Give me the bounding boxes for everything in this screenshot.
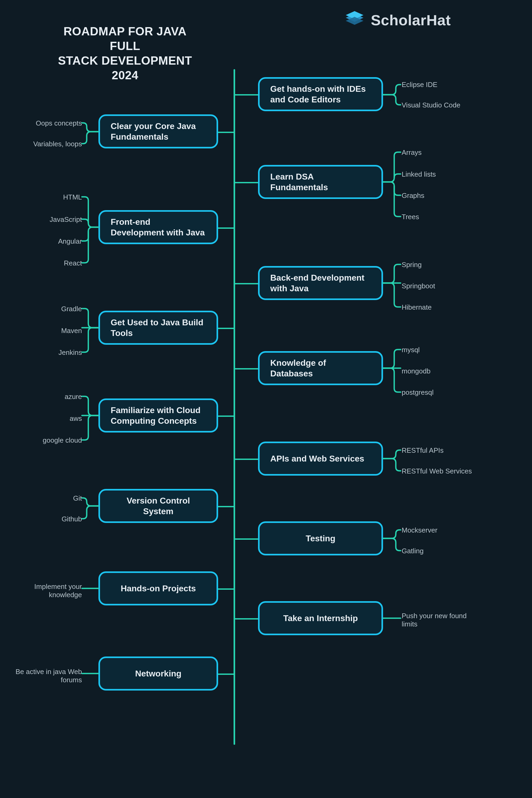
node-testing: Testing	[258, 521, 383, 555]
leaf-item: postgresql	[402, 388, 434, 397]
leaf-item: RESTful Web Services	[402, 467, 472, 475]
leaf-item: Implement your knowledge	[13, 583, 82, 599]
leaf-item: Oops concepts	[13, 119, 82, 128]
leaf-item: Spring	[402, 261, 422, 269]
leaf-item: Hibernate	[402, 303, 432, 311]
node-label: Learn DSA Fundamentals	[270, 171, 371, 193]
connector	[235, 618, 258, 620]
node-label: Back-end Development with Java	[270, 272, 371, 294]
brand-logo: ScholarHat	[343, 11, 451, 29]
leaf-item: Linked lists	[402, 170, 436, 178]
node-label: Clear your Core Java Fundamentals	[111, 121, 206, 142]
leaf-item: Variables, loops	[13, 140, 82, 148]
node-vcs: Version Control System	[98, 489, 218, 523]
leaf-item: azure	[13, 393, 82, 401]
node-label: Networking	[135, 668, 182, 679]
node-backend: Back-end Development with Java	[258, 266, 383, 300]
leaf-item: mongodb	[402, 367, 431, 375]
node-label: APIs and Web Services	[270, 453, 364, 464]
connector	[235, 368, 258, 369]
connector	[218, 673, 234, 675]
node-label: Hands-on Projects	[121, 583, 196, 594]
leaf-item: Visual Studio Code	[402, 101, 460, 109]
node-db: Knowledge of Databases	[258, 351, 383, 385]
title-line: ROADMAP FOR JAVA FULL	[63, 25, 187, 52]
leaf-item: Gradle	[13, 305, 82, 313]
connector	[218, 416, 234, 417]
title-line: STACK DEVELOPMENT	[58, 54, 192, 67]
leaf-item: Springboot	[402, 282, 435, 290]
node-label: Front-end Development with Java	[111, 216, 206, 238]
connector	[218, 132, 234, 133]
node-dsa: Learn DSA Fundamentals	[258, 165, 383, 199]
leaf-item: Maven	[13, 327, 82, 335]
node-label: Familiarize with Cloud Computing Concept…	[111, 405, 206, 426]
logo-stack-icon	[343, 11, 366, 29]
node-label: Take an Internship	[283, 613, 358, 624]
brand-name: ScholarHat	[371, 12, 451, 29]
node-core: Clear your Core Java Fundamentals	[98, 114, 218, 148]
leaf-item: mysql	[402, 346, 420, 354]
leaf-item: JavaScript	[13, 215, 82, 224]
leaf-item: Github	[13, 515, 82, 523]
node-intern: Take an Internship	[258, 601, 383, 635]
connector	[218, 227, 234, 229]
leaf-item: React	[13, 259, 82, 267]
leaf-item: HTML	[13, 193, 82, 201]
node-cloud: Familiarize with Cloud Computing Concept…	[98, 398, 218, 433]
leaf-item: Angular	[13, 237, 82, 246]
leaf-item: Be active in java Web forums	[13, 668, 82, 684]
connector	[218, 328, 234, 329]
leaf-item: Eclipse IDE	[402, 81, 437, 89]
node-build: Get Used to Java Build Tools	[98, 311, 218, 345]
node-label: Get hands-on with IDEs and Code Editors	[270, 83, 371, 105]
leaf-item: Graphs	[402, 191, 424, 200]
leaf-item: google cloud	[13, 436, 82, 444]
connector	[235, 94, 258, 95]
connector	[235, 459, 258, 460]
connector	[235, 538, 258, 540]
leaf-item: Gatling	[402, 547, 423, 555]
leaf-item: aws	[13, 414, 82, 423]
connector	[235, 283, 258, 284]
connector	[218, 506, 234, 507]
connector	[218, 588, 234, 590]
leaf-item: RESTful APIs	[402, 446, 444, 455]
node-ides: Get hands-on with IDEs and Code Editors	[258, 77, 383, 111]
leaf-item: Git	[13, 494, 82, 502]
node-networking: Networking	[98, 657, 218, 690]
node-label: Get Used to Java Build Tools	[111, 317, 206, 338]
leaf-item: Mockserver	[402, 526, 437, 534]
leaf-item: Jenkins	[13, 348, 82, 357]
node-frontend: Front-end Development with Java	[98, 210, 218, 244]
leaf-item: Trees	[402, 213, 419, 221]
node-label: Knowledge of Databases	[270, 358, 371, 379]
node-projects: Hands-on Projects	[98, 571, 218, 605]
node-label: Version Control System	[111, 495, 206, 517]
page-title: ROADMAP FOR JAVA FULL STACK DEVELOPMENT …	[51, 24, 200, 82]
leaf-item: Arrays	[402, 148, 422, 157]
node-label: Testing	[306, 533, 335, 544]
leaf-item: Push your new found limits	[402, 612, 479, 628]
title-line: 2024	[112, 69, 138, 82]
connector	[235, 182, 258, 183]
node-apis: APIs and Web Services	[258, 441, 383, 476]
roadmap-spine	[233, 69, 235, 745]
